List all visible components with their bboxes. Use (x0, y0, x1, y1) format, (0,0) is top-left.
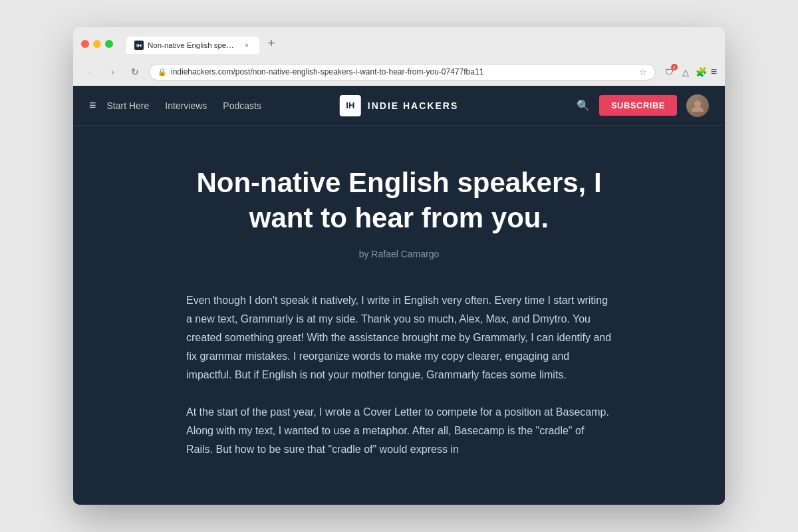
search-icon[interactable]: 🔍 (577, 99, 590, 112)
tab-title: Non-native English speakers, I (148, 41, 238, 49)
security-lock-icon: 🔒 (158, 68, 167, 76)
browser-tabs: IH Non-native English speakers, I × + (126, 34, 712, 54)
nav-link-start-here[interactable]: Start Here (107, 100, 150, 111)
active-browser-tab[interactable]: IH Non-native English speakers, I × (126, 37, 259, 54)
new-tab-button[interactable]: + (262, 34, 281, 53)
browser-logo-icon[interactable]: △ (680, 66, 692, 78)
post-paragraph-1: Even though I don't speak it natively, I… (186, 291, 612, 384)
tab-close-button[interactable]: × (242, 41, 251, 50)
nav-right: 🔍 SUBSCRIBE (577, 94, 709, 117)
post-header: Non-native English speakers, I want to h… (89, 166, 709, 259)
post-paragraph-2: At the start of the past year, I wrote a… (186, 403, 612, 459)
nav-link-interviews[interactable]: Interviews (165, 100, 207, 111)
hamburger-menu-icon[interactable]: ≡ (89, 98, 96, 112)
post-body: Even though I don't speak it natively, I… (186, 291, 612, 459)
nav-links: Start Here Interviews Podcasts (107, 100, 261, 111)
avatar[interactable] (686, 94, 709, 117)
forward-button[interactable]: › (104, 63, 121, 80)
browser-window: IH Non-native English speakers, I × + ‹ … (73, 27, 725, 505)
svg-point-0 (694, 100, 701, 107)
bookmark-icon[interactable]: ☆ (639, 67, 647, 77)
brave-badge-count: 3 (671, 64, 678, 70)
post-title: Non-native English speakers, I want to h… (186, 166, 612, 235)
refresh-button[interactable]: ↻ (126, 63, 144, 80)
tab-favicon: IH (134, 41, 144, 50)
post-main: Non-native English speakers, I want to h… (73, 126, 725, 505)
brave-shield-icon[interactable]: 🛡 3 (664, 66, 676, 78)
brand-name: INDIE HACKERS (368, 100, 458, 111)
minimize-traffic-light[interactable] (93, 40, 101, 48)
maximize-traffic-light[interactable] (105, 40, 113, 48)
site-nav: ≡ Start Here Interviews Podcasts IH INDI… (73, 86, 725, 126)
traffic-lights (81, 40, 113, 48)
post-byline: by Rafael Camargo (89, 249, 709, 259)
address-bar[interactable]: 🔒 indiehackers.com/post/non-native-engli… (149, 64, 656, 80)
browser-extensions: 🛡 3 △ 🧩 ≡ (664, 66, 717, 78)
close-traffic-light[interactable] (81, 40, 89, 48)
back-button[interactable]: ‹ (81, 63, 98, 80)
extensions-puzzle-icon[interactable]: 🧩 (696, 66, 707, 77)
browser-chrome: IH Non-native English speakers, I × + ‹ … (73, 27, 725, 86)
subscribe-button[interactable]: SUBSCRIBE (599, 95, 677, 116)
nav-brand[interactable]: IH INDIE HACKERS (340, 95, 458, 116)
browser-menu-icon[interactable]: ≡ (711, 66, 717, 78)
brand-logo: IH (340, 95, 361, 116)
site-content: ≡ Start Here Interviews Podcasts IH INDI… (73, 86, 725, 505)
browser-titlebar: IH Non-native English speakers, I × + (81, 34, 717, 54)
browser-addressbar-row: ‹ › ↻ 🔒 indiehackers.com/post/non-native… (81, 59, 717, 86)
nav-link-podcasts[interactable]: Podcasts (223, 100, 261, 111)
address-url-text: indiehackers.com/post/non-native-english… (171, 67, 635, 76)
